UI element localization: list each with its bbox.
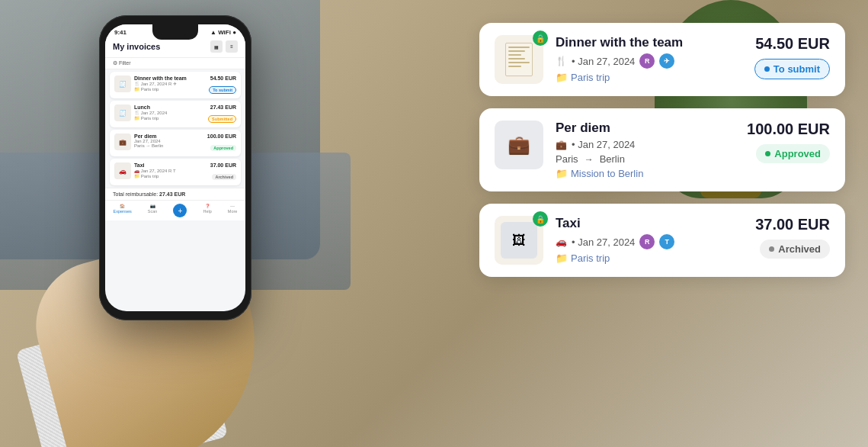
phone-item-right-taxi: 37.00 EUR Archived — [210, 162, 236, 182]
taxi-thumb-img: 🖼 — [501, 222, 537, 259]
nav-more-icon: ⋯ — [230, 204, 235, 208]
card-body-dinner: Dinner with the team 🍴 • Jan 27, 2024 R … — [556, 35, 742, 83]
status-dot-taxi — [769, 246, 774, 252]
status-dot-perdiem — [765, 151, 770, 156]
nav-more-label: More — [228, 209, 238, 214]
phone-title: My invoices — [113, 42, 160, 51]
status-label-taxi: Archived — [778, 243, 821, 255]
phone-item-thumb-lunch: 🧾 — [114, 105, 131, 121]
folder-label-taxi: Paris trip — [571, 252, 610, 264]
card-meta-dinner: 🍴 • Jan 27, 2024 R ✈ — [556, 53, 742, 69]
nav-scan-label: Scan — [148, 209, 158, 214]
total-label: Total reimbursable — [113, 191, 156, 197]
meta-date-taxi: • Jan 27, 2024 — [572, 236, 635, 248]
lock-badge-dinner: 🔒 — [533, 31, 548, 46]
card-folder-dinner: 📁 Paris trip — [556, 72, 742, 83]
phone-item-name-perdiem: Per diem — [134, 133, 204, 139]
phone-badge-taxi: Archived — [212, 174, 236, 180]
phone-item-perdiem[interactable]: 💼 Per diem Jan 27, 2024 Paris → Berlin 1… — [110, 130, 241, 156]
meta-date-dinner: • Jan 27, 2024 — [572, 56, 635, 67]
meta-badge-flight-dinner: ✈ — [659, 53, 674, 69]
total-amount: 27.43 EUR — [159, 191, 185, 197]
phone-invoice-list[interactable]: 🧾 Dinner with the team 🍴 Jan 27, 2024 R … — [105, 69, 245, 188]
phone-item-folder-taxi: 📁 Paris trip — [134, 173, 207, 178]
card-thumb-dinner: 🔒 — [495, 35, 543, 84]
card-perdiem[interactable]: 💼 Per diem 💼 • Jan 27, 2024 Paris → Berl… — [479, 108, 845, 191]
lock-badge-taxi: 🔒 — [533, 211, 548, 227]
phone-badge-perdiem: Approved — [210, 145, 236, 151]
status-badge-dinner[interactable]: To submit — [754, 59, 830, 79]
phone-badge-lunch: Submitted — [208, 115, 236, 123]
card-title-perdiem: Per diem — [556, 121, 735, 136]
phone-item-lunch[interactable]: 🧾 Lunch 🍴 Jan 27, 2024 📁 Paris trip 27.4… — [110, 101, 241, 127]
route-arrow-perdiem: → — [585, 154, 594, 165]
receipt-line — [508, 58, 525, 59]
status-badge-perdiem[interactable]: Approved — [756, 144, 830, 163]
meta-badge-t-taxi: T — [659, 234, 674, 249]
phone-notch — [152, 24, 198, 40]
nav-add[interactable]: + — [173, 204, 187, 217]
card-amount-perdiem: 100.00 EUR — [747, 121, 830, 138]
card-title-dinner: Dinner with the team — [556, 35, 742, 50]
phone-item-sub-taxi: 🚗 Jan 27, 2024 R T — [134, 168, 207, 173]
receipt-line — [508, 62, 530, 63]
phone-nav: 🏠 Expenses 📷 Scan + ❓ Help ⋯ More — [105, 200, 245, 220]
phone-header: My invoices ▦ ≡ — [105, 37, 245, 58]
receipt-line — [508, 50, 525, 52]
phone-item-info-lunch: Lunch 🍴 Jan 27, 2024 📁 Paris trip — [134, 105, 205, 121]
folder-icon-perdiem: 📁 — [556, 168, 568, 179]
add-fab[interactable]: + — [173, 204, 187, 217]
phone-bottom-total: Total reimbursable: 27.43 EUR — [105, 188, 245, 200]
phone-item-info-taxi: Taxi 🚗 Jan 27, 2024 R T 📁 Paris trip — [134, 162, 207, 178]
nav-more[interactable]: ⋯ More — [228, 204, 238, 217]
phone-item-folder-lunch: 📁 Paris trip — [134, 115, 205, 121]
receipt-line — [508, 54, 521, 56]
list-view-button[interactable]: ≡ — [226, 40, 238, 53]
phone-status-icons: ▲ WiFi ● — [210, 29, 236, 36]
card-amount-taxi: 37.00 EUR — [755, 216, 830, 233]
meta-date-perdiem: • Jan 27, 2024 — [572, 139, 635, 150]
nav-scan-icon: 📷 — [150, 204, 155, 208]
meta-icon-perdiem: 💼 — [556, 140, 567, 150]
phone-item-name-lunch: Lunch — [134, 105, 205, 110]
phone-item-sub-dinner: 🍴 Jan 27, 2024 R ✈ — [134, 81, 206, 86]
meta-badge-r-taxi: R — [639, 234, 655, 249]
phone-item-name-taxi: Taxi — [134, 162, 207, 168]
phone-header-icons: ▦ ≡ — [210, 40, 238, 53]
route-to-perdiem: Berlin — [600, 153, 625, 165]
grid-view-button[interactable]: ▦ — [210, 40, 223, 53]
phone-time: 9:41 — [114, 29, 127, 36]
meta-badge-r-dinner: R — [639, 53, 655, 69]
status-label-dinner: To submit — [774, 63, 820, 75]
card-meta-perdiem: 💼 • Jan 27, 2024 — [556, 139, 735, 150]
phone-badge-dinner: To submit — [209, 86, 236, 94]
card-folder-taxi: 📁 Paris trip — [556, 252, 743, 264]
phone-item-name-dinner: Dinner with the team — [134, 76, 206, 81]
card-dinner[interactable]: 🔒 Dinner with the team 🍴 • Jan 27, 2024 … — [479, 23, 845, 96]
card-thumb-taxi: 🖼 🔒 — [495, 216, 543, 265]
nav-scan[interactable]: 📷 Scan — [148, 204, 158, 217]
meta-icon-taxi: 🚗 — [556, 236, 567, 247]
card-title-taxi: Taxi — [556, 216, 743, 231]
phone-item-folder-dinner: 📁 Paris trip — [134, 86, 206, 92]
receipt-icon-dinner — [505, 43, 533, 76]
status-badge-taxi[interactable]: Archived — [760, 240, 830, 259]
phone-item-thumb-dinner: 🧾 — [114, 76, 131, 92]
card-right-dinner: 54.50 EUR To submit — [754, 35, 830, 79]
nav-help[interactable]: ❓ Help — [203, 204, 211, 217]
phone-area: 9:41 ▲ WiFi ● My invoices ▦ ≡ ⚙ Filter — [99, 15, 251, 320]
phone-item-dinner[interactable]: 🧾 Dinner with the team 🍴 Jan 27, 2024 R … — [110, 72, 241, 98]
nav-help-icon: ❓ — [205, 204, 210, 208]
phone-item-taxi[interactable]: 🚗 Taxi 🚗 Jan 27, 2024 R T 📁 Paris trip 3… — [110, 159, 241, 185]
card-right-perdiem: 100.00 EUR Approved — [747, 121, 830, 163]
card-folder-perdiem: 📁 Mission to Berlin — [556, 168, 735, 179]
folder-icon-taxi: 📁 — [556, 252, 568, 264]
nav-expenses[interactable]: 🏠 Expenses — [114, 204, 132, 217]
phone-item-info-perdiem: Per diem Jan 27, 2024 Paris → Berlin — [134, 133, 204, 148]
card-taxi[interactable]: 🖼 🔒 Taxi 🚗 • Jan 27, 2024 R T 📁 Paris tr… — [479, 204, 845, 277]
filter-icon: ⚙ — [113, 60, 119, 66]
nav-expenses-label: Expenses — [114, 209, 132, 214]
card-body-perdiem: Per diem 💼 • Jan 27, 2024 Paris → Berlin… — [556, 121, 735, 179]
phone-filter-bar[interactable]: ⚙ Filter — [105, 58, 245, 69]
card-route-perdiem: Paris → Berlin — [556, 153, 735, 165]
